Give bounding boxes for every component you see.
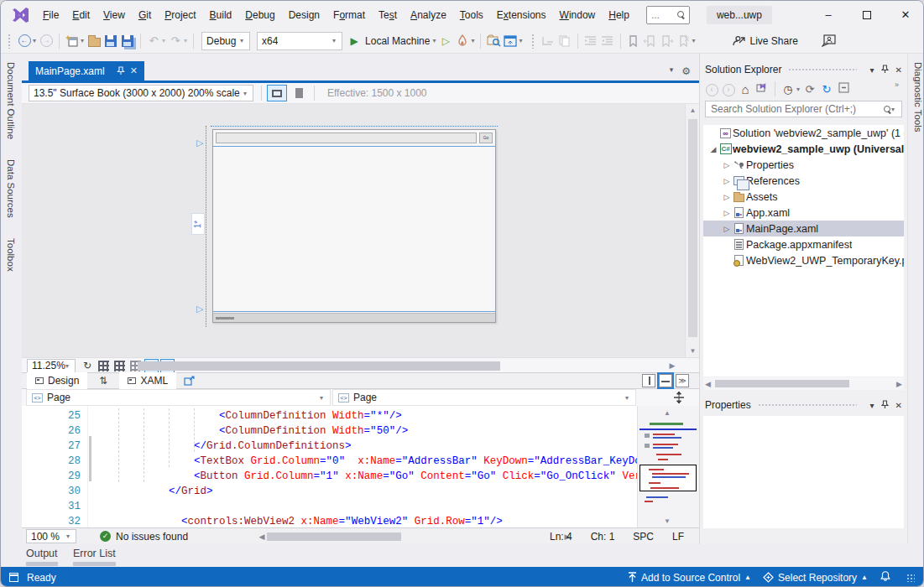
- toggle-bookmark-button[interactable]: [626, 32, 641, 50]
- scroll-down-icon[interactable]: ▼: [664, 517, 671, 525]
- tab-list-chevron-icon[interactable]: ▾: [670, 65, 674, 77]
- tab-mainpage-xaml[interactable]: MainPage.xaml ✕: [29, 61, 144, 81]
- solution-explorer-toolbar-button[interactable]: [503, 32, 518, 50]
- increase-indent-button[interactable]: [600, 32, 615, 50]
- properties-panel-header[interactable]: Properties ▾ ✕: [700, 396, 907, 414]
- next-bookmark-button[interactable]: [660, 32, 675, 50]
- device-preview-combo[interactable]: 13.5" Surface Book (3000 x 2000) 200% sc…: [29, 85, 253, 101]
- home-icon[interactable]: ⌂: [737, 82, 754, 96]
- code-line-25[interactable]: 25 <ColumnDefinition Width="*"/>: [22, 408, 637, 423]
- menu-item-design[interactable]: Design: [282, 6, 326, 24]
- tree-item-webview2-uwp-temporarykey-pfx[interactable]: WebView2_UWP_TemporaryKey.pfx: [703, 252, 904, 268]
- window-position-chevron-icon[interactable]: ▾: [870, 401, 874, 410]
- toolbar-overflow-icon[interactable]: »: [895, 81, 899, 89]
- menu-item-edit[interactable]: Edit: [65, 6, 97, 24]
- menu-item-window[interactable]: Window: [553, 6, 603, 24]
- select-repository-button[interactable]: Select Repository ▲: [763, 572, 868, 584]
- search-options-dropdown[interactable]: ▾: [891, 106, 895, 113]
- menu-item-extensions[interactable]: Extensions: [490, 6, 553, 24]
- tree-item-assets[interactable]: ▷Assets: [703, 189, 904, 205]
- tree-item-package-appxmanifest[interactable]: Package.appxmanifest: [703, 236, 904, 252]
- hot-reload-button[interactable]: [455, 32, 470, 50]
- filter-dropdown[interactable]: ▾: [796, 86, 800, 93]
- tool-tab-diagnostic-tools[interactable]: Diagnostic Tools: [913, 54, 923, 144]
- solution-explorer-horizontal-scrollbar[interactable]: ◀ ▶: [703, 377, 904, 390]
- tree-item-properties[interactable]: ▷Properties: [703, 157, 904, 173]
- scroll-up-icon[interactable]: ▲: [664, 409, 671, 417]
- code-line-30[interactable]: 30 </Grid>: [22, 484, 637, 499]
- tool-tab-document-outline[interactable]: Document Outline: [6, 54, 16, 151]
- bookmarks-dropdown[interactable]: ▾: [692, 37, 696, 44]
- menu-item-format[interactable]: Format: [326, 6, 372, 24]
- tree-item-references[interactable]: ▷References: [703, 173, 904, 189]
- tool-tab-error-list[interactable]: Error List: [73, 548, 116, 559]
- solution-configuration-combo[interactable]: Debug▾: [201, 32, 250, 50]
- expander-icon[interactable]: ▷: [722, 177, 732, 185]
- design-surface[interactable]: ▷ ▷ 1* Go ▲ ▼: [22, 104, 699, 357]
- new-project-dropdown[interactable]: ▾: [81, 37, 84, 44]
- maximize-button[interactable]: [848, 1, 886, 29]
- close-icon[interactable]: ✕: [895, 401, 902, 410]
- tool-tab-data-sources[interactable]: Data Sources: [6, 151, 16, 230]
- editor-splitter-grip[interactable]: [672, 391, 687, 404]
- tree-item-mainpage-xaml[interactable]: ▷MainPage.xaml: [703, 221, 904, 236]
- sync-with-active-document-icon[interactable]: ⟳: [801, 83, 818, 96]
- collapse-pane-button[interactable]: ≫: [676, 374, 689, 387]
- pin-icon[interactable]: [117, 66, 125, 75]
- menu-item-tools[interactable]: Tools: [453, 6, 490, 24]
- scrollbar-thumb[interactable]: [138, 361, 500, 371]
- tool-tab-toolbox[interactable]: Toolbox: [6, 230, 16, 283]
- window-layout-dropdown[interactable]: ▾: [519, 37, 522, 44]
- breadcrumb-element-combo[interactable]: <>Page ▾: [332, 389, 636, 406]
- undo-button[interactable]: ↶: [146, 32, 161, 50]
- close-icon[interactable]: ✕: [895, 65, 902, 75]
- redo-dropdown[interactable]: ▾: [184, 37, 187, 44]
- horizontal-split-button[interactable]: [659, 374, 672, 387]
- orientation-portrait-button[interactable]: [289, 85, 309, 101]
- navigate-back-button[interactable]: ←: [17, 32, 32, 50]
- tree-item-webview2-sample-uwp[interactable]: ◢C#webview2_sample_uwp (Universal Window…: [703, 141, 904, 157]
- addressbar-textbox-preview[interactable]: [216, 132, 477, 143]
- pin-icon[interactable]: [881, 65, 889, 75]
- expander-icon[interactable]: ▷: [722, 209, 732, 217]
- popout-xaml-icon[interactable]: [181, 371, 196, 390]
- copy-structure-button[interactable]: [557, 32, 572, 50]
- start-debugging-button[interactable]: Local Machine: [365, 35, 430, 47]
- swap-panes-icon[interactable]: ⇅: [99, 375, 107, 387]
- navigate-forward-button[interactable]: →: [39, 32, 54, 50]
- feedback-person-icon[interactable]: [822, 32, 837, 50]
- menu-item-analyze[interactable]: Analyze: [404, 6, 453, 24]
- collapse-all-icon[interactable]: [835, 82, 852, 96]
- code-line-27[interactable]: 27 </Grid.ColumnDefinitions>: [22, 439, 637, 454]
- menu-item-project[interactable]: Project: [158, 6, 202, 24]
- designer-vertical-scrollbar[interactable]: ▲ ▼: [685, 104, 699, 357]
- undo-dropdown[interactable]: ▾: [162, 37, 165, 44]
- switch-views-icon[interactable]: [754, 82, 770, 96]
- tool-tab-output[interactable]: Output: [26, 548, 58, 559]
- menu-item-file[interactable]: File: [36, 6, 65, 24]
- solution-explorer-header[interactable]: Solution Explorer ▾ ✕: [700, 60, 907, 79]
- code-line-28[interactable]: 28 <TextBox Grid.Column="0" x:Name="Addr…: [22, 454, 637, 469]
- expander-icon[interactable]: ▷: [722, 193, 732, 201]
- expander-icon[interactable]: ◢: [708, 145, 718, 153]
- solution-explorer-search[interactable]: ▾: [705, 101, 902, 117]
- redo-button[interactable]: ↷: [168, 32, 183, 50]
- decrease-indent-button[interactable]: [583, 32, 598, 50]
- clear-bookmarks-button[interactable]: [676, 32, 692, 50]
- window-position-chevron-icon[interactable]: ▾: [870, 65, 874, 75]
- solution-platform-combo[interactable]: x64▾: [257, 32, 342, 50]
- code-line-31[interactable]: 31: [22, 499, 637, 514]
- code-line-26[interactable]: 26 <ColumnDefinition Width="50"/>: [22, 423, 637, 439]
- menu-item-build[interactable]: Build: [203, 6, 239, 24]
- health-indicator[interactable]: No issues found: [116, 531, 188, 543]
- close-tab-icon[interactable]: ✕: [130, 65, 138, 76]
- add-to-source-control-button[interactable]: Add to Source Control ▲: [628, 572, 751, 584]
- panel-drag-grip[interactable]: [788, 68, 856, 72]
- code-line-32[interactable]: 32 <controls:WebView2 x:Name="WebView2" …: [22, 514, 637, 527]
- scroll-down-icon[interactable]: ▼: [686, 345, 699, 357]
- back-button[interactable]: ‹: [703, 82, 720, 96]
- toolbar-grip[interactable]: [531, 34, 535, 49]
- xaml-view-tab[interactable]: XAML: [119, 372, 176, 389]
- save-button[interactable]: [103, 32, 118, 50]
- menu-item-help[interactable]: Help: [602, 6, 636, 24]
